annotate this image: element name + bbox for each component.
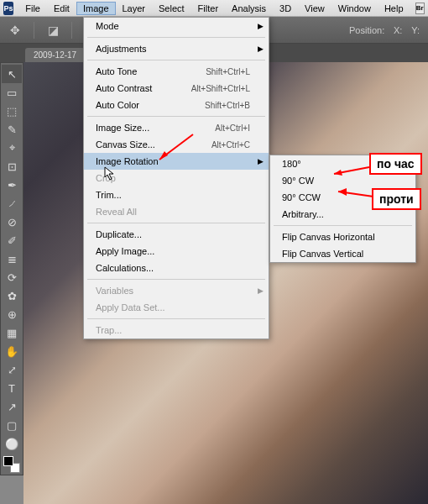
callout-ccw: проти [372, 188, 421, 210]
menu-item-mode[interactable]: Mode▶ [84, 18, 269, 34]
smudge-tool[interactable]: ✿ [2, 286, 22, 305]
zoom-tool[interactable]: ⚪ [2, 434, 22, 453]
menu-item-auto-tone[interactable]: Auto ToneShift+Ctrl+L [84, 63, 269, 80]
document-tab[interactable]: 2009-12-17 [25, 48, 85, 62]
app-logo: Ps [3, 2, 13, 15]
marquee-tool[interactable]: ▭ [2, 83, 22, 102]
menu-item-reveal-all: Reveal All [84, 203, 269, 220]
menu-item-image-rotation[interactable]: Image Rotation▶ [84, 153, 269, 170]
position-readout: Position: X: Y: [346, 25, 423, 35]
menu-item-trap: Trap... [84, 322, 269, 339]
menu-item-apply-image[interactable]: Apply Image... [84, 243, 269, 260]
hand-tool[interactable]: ▢ [2, 416, 22, 434]
submenu-arrow-icon: ▶ [258, 157, 264, 165]
submenu-item-flip-canvas-horizontal[interactable]: Flip Canvas Horizontal [270, 228, 415, 245]
menu-item-apply-data-set: Apply Data Set... [84, 299, 269, 316]
menu-layer[interactable]: Layer [116, 2, 153, 15]
menu-bar: Ps File Edit Image Layer Select Filter A… [0, 0, 428, 17]
menu-3d[interactable]: 3D [273, 2, 298, 15]
menu-analysis[interactable]: Analysis [225, 2, 273, 15]
submenu-arrow-icon: ▶ [258, 22, 264, 30]
notes-tool[interactable]: ↗ [2, 397, 22, 416]
menu-item-auto-color[interactable]: Auto ColorShift+Ctrl+B [84, 97, 269, 113]
wand-tool[interactable]: ✎ [2, 120, 22, 139]
image-menu-dropdown: Mode▶Adjustments▶Auto ToneShift+Ctrl+LAu… [83, 17, 269, 339]
callout-cw: по час [369, 153, 422, 175]
menu-item-calculations[interactable]: Calculations... [84, 260, 269, 276]
brush-tool[interactable]: ⟋ [2, 194, 22, 213]
shape-tool[interactable]: T [2, 379, 22, 397]
move-tool[interactable]: ↖ [2, 65, 22, 83]
stamp-tool[interactable]: ⊘ [2, 213, 22, 231]
menu-image[interactable]: Image [76, 2, 116, 15]
color-swatches[interactable] [3, 456, 20, 473]
menu-item-trim[interactable]: Trim... [84, 186, 269, 203]
submenu-arrow-icon: ▶ [258, 286, 264, 295]
gradient-tool[interactable]: ⟳ [2, 268, 22, 286]
dodge-tool[interactable]: ⊕ [2, 305, 22, 323]
menu-item-adjustments[interactable]: Adjustments▶ [84, 40, 269, 57]
type-tool[interactable]: ✋ [2, 342, 22, 360]
path-tool[interactable]: ⤢ [2, 360, 22, 379]
lasso-tool[interactable]: ⬚ [2, 102, 22, 120]
healing-tool[interactable]: ✒ [2, 176, 22, 194]
bridge-icon[interactable]: Br [415, 3, 425, 14]
menu-item-image-size[interactable]: Image Size...Alt+Ctrl+I [84, 119, 269, 136]
menu-item-canvas-size[interactable]: Canvas Size...Alt+Ctrl+C [84, 136, 269, 153]
menu-window[interactable]: Window [331, 2, 378, 15]
submenu-item-flip-canvas-vertical[interactable]: Flip Canvas Vertical [270, 245, 415, 262]
menu-item-duplicate[interactable]: Duplicate... [84, 226, 269, 243]
tool-option-icon[interactable]: ◪ [43, 20, 63, 40]
tools-panel: ↖ ▭ ⬚ ✎ ⌖ ⊡ ✒ ⟋ ⊘ ✐ ≣ ⟳ ✿ ⊕ ▦ ✋ ⤢ T ↗ ▢ … [0, 62, 23, 475]
menu-item-crop: Crop [84, 170, 269, 186]
menu-edit[interactable]: Edit [47, 2, 76, 15]
submenu-arrow-icon: ▶ [258, 45, 264, 53]
submenu-item-90-cw[interactable]: 90° CW [270, 172, 415, 189]
eraser-tool[interactable]: ≣ [2, 249, 22, 268]
menu-help[interactable]: Help [378, 2, 410, 15]
menu-filter[interactable]: Filter [191, 2, 225, 15]
move-tool-icon[interactable]: ✥ [5, 20, 25, 40]
crop-tool[interactable]: ⌖ [2, 139, 22, 157]
pen-tool[interactable]: ▦ [2, 323, 22, 342]
menu-view[interactable]: View [298, 2, 331, 15]
menu-select[interactable]: Select [152, 2, 191, 15]
history-brush-tool[interactable]: ✐ [2, 231, 22, 249]
eyedropper-tool[interactable]: ⊡ [2, 157, 22, 176]
menu-item-auto-contrast[interactable]: Auto ContrastAlt+Shift+Ctrl+L [84, 80, 269, 97]
menu-file[interactable]: File [18, 2, 47, 15]
menu-item-variables: Variables▶ [84, 282, 269, 299]
